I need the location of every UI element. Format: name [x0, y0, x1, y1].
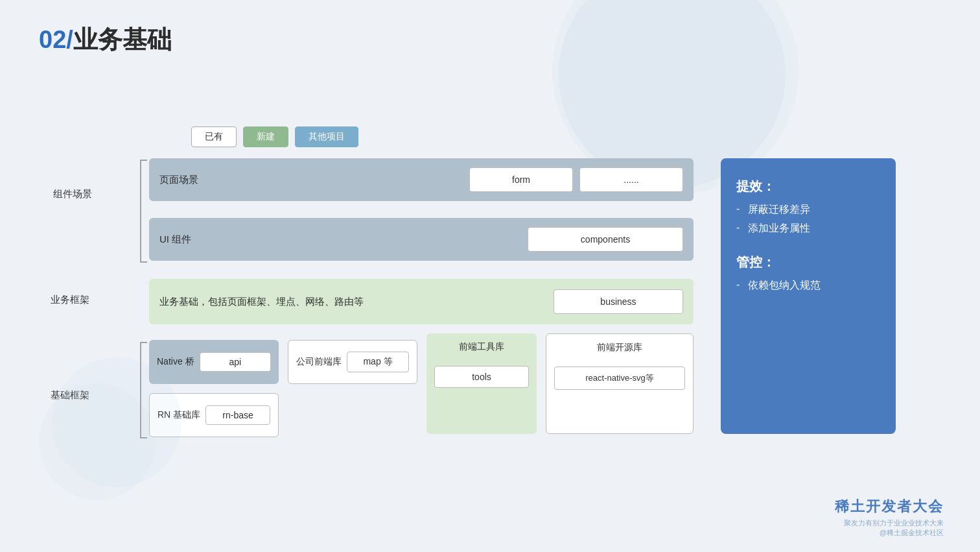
frontend-tools-block: 前端工具库 tools	[426, 333, 537, 434]
page-scene-form: form	[469, 167, 573, 192]
legend-other[interactable]: 其他项目	[295, 126, 358, 147]
business-desc: 业务基础，包括页面框架、埋点、网络、路由等	[159, 296, 547, 308]
business-framework-row: 业务基础，包括页面框架、埋点、网络、路由等 business	[149, 279, 694, 324]
bracket-base-framework	[138, 340, 150, 440]
frontend-tools-label: 前端工具库	[459, 341, 504, 353]
frontend-opensource-item: react-native-svg等	[554, 366, 685, 390]
bg-circle-2	[39, 383, 156, 500]
native-bridge-label: Native 桥	[157, 356, 194, 368]
efficiency-title: 提效：	[736, 178, 880, 195]
native-bridge-item: api	[200, 352, 271, 372]
page-title: 02/ 业务基础	[39, 23, 172, 56]
control-title: 管控：	[736, 254, 880, 271]
label-base-framework: 基础框架	[51, 389, 89, 402]
title-text: 业务基础	[73, 23, 172, 56]
control-item-1: - 依赖包纳入规范	[736, 279, 880, 293]
legend-new[interactable]: 新建	[243, 126, 288, 147]
rn-base-item: rn-base	[205, 405, 270, 425]
efficiency-item-2: - 添加业务属性	[736, 222, 880, 235]
frontend-opensource-label: 前端开源库	[597, 342, 642, 354]
title-number: 02/	[39, 26, 73, 54]
brand-sub: 聚友力有别力于业业业技术大来	[835, 518, 944, 528]
rn-base-block: RN 基础库 rn-base	[149, 393, 279, 437]
right-panel: 提效： - 屏蔽迁移差异 - 添加业务属性 管控： - 依赖包纳入规范	[721, 158, 896, 434]
brand-handle: @稀土掘金技术社区	[835, 528, 944, 538]
frontend-tools-item: tools	[434, 366, 529, 388]
footer-brand: 稀土开发者大会 聚友力有别力于业业业技术大来 @稀土掘金技术社区	[835, 497, 944, 538]
efficiency-item-1: - 屏蔽迁移差异	[736, 203, 880, 217]
ui-component-label: UI 组件	[159, 234, 521, 246]
bracket-component-scene	[138, 158, 150, 265]
brand-title: 稀土开发者大会	[835, 497, 944, 516]
slide: 02/ 业务基础 已有 新建 其他项目 组件场景 页面场景 form .....…	[0, 0, 980, 552]
ui-component-row: UI 组件 components	[149, 218, 694, 261]
label-business-framework: 业务框架	[51, 294, 89, 306]
legend-existing[interactable]: 已有	[191, 126, 237, 147]
company-frontend-block: 公司前端库 map 等	[288, 340, 417, 384]
page-scene-label: 页面场景	[159, 174, 463, 186]
label-component-scene: 组件场景	[53, 188, 92, 200]
legend-row: 已有 新建 其他项目	[191, 126, 358, 147]
rn-base-label: RN 基础库	[158, 409, 200, 421]
ui-component-item: components	[528, 227, 683, 252]
frontend-opensource-block: 前端开源库 react-native-svg等	[546, 333, 694, 434]
native-bridge-block: Native 桥 api	[149, 340, 279, 384]
business-item: business	[554, 289, 683, 314]
company-frontend-item: map 等	[347, 352, 409, 372]
page-scene-row: 页面场景 form ......	[149, 158, 694, 201]
page-scene-dots: ......	[579, 167, 683, 192]
company-frontend-label: 公司前端库	[296, 356, 342, 368]
